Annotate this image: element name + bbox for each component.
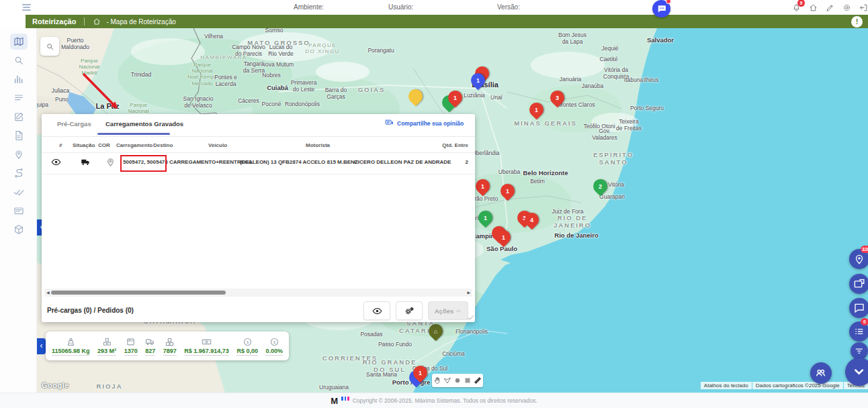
coin-icon: $ (243, 337, 253, 347)
map-marker-red[interactable]: 1 (410, 363, 430, 383)
pin-icon (13, 149, 24, 160)
gears-icon (404, 306, 415, 316)
column-header-4[interactable]: Destino (153, 142, 173, 148)
map-search-button[interactable] (40, 37, 59, 56)
pen-icon[interactable] (826, 3, 834, 12)
polygon-tool-icon[interactable] (443, 376, 451, 385)
map-marker-green[interactable]: 2 (590, 176, 610, 197)
top-bar: Ambiente: Usuário: Versão: (0, 0, 868, 15)
view-button[interactable] (363, 301, 390, 320)
exit-icon[interactable] (859, 3, 868, 12)
stat-7[interactable]: $0.00% (265, 337, 283, 356)
sidebar-item-card[interactable] (10, 203, 28, 219)
sidebar-item-map[interactable] (10, 34, 28, 50)
scroll-left-arrow[interactable]: ◀ (46, 290, 50, 295)
table-row-divider (42, 174, 475, 174)
scrollbar-thumb[interactable] (51, 291, 226, 295)
versao-label: Versão: (497, 3, 520, 11)
chat-bubble-icon (657, 4, 666, 13)
stats-collapse-chevron[interactable]: ‹ (37, 338, 46, 354)
fab-chat-outline[interactable] (849, 298, 868, 318)
settings-button[interactable] (396, 301, 423, 320)
attribution-0[interactable]: Atalhos do teclado (701, 382, 752, 389)
map-attribution: Atalhos do tecladoDados cartográficos ©2… (700, 382, 868, 389)
sidebar-item-route[interactable] (10, 165, 28, 181)
map-marker-olive[interactable]: ⌂ (425, 321, 445, 342)
sidebar-item-list[interactable] (10, 90, 28, 106)
attribution-1[interactable]: Dados cartográficos ©2025 Google (752, 382, 843, 389)
row-cell-veiculo: (DELLEON) 13 QFB2874 ACCELO 815 M.BENZ (240, 159, 358, 165)
cube-icon (13, 224, 24, 235)
ruler-icon[interactable] (474, 376, 482, 385)
map-marker-green[interactable]: 1 (475, 208, 495, 228)
stat-value: 293 M³ (97, 348, 116, 356)
drivers-fab[interactable] (810, 362, 832, 384)
grid-view-button[interactable] (446, 119, 455, 128)
map-marker-blue[interactable]: 1 (468, 70, 488, 91)
map-marker-red[interactable]: 1 (493, 227, 513, 248)
stat-5[interactable]: R$ 1.967.914,73 (184, 337, 229, 356)
edit-icon (13, 111, 24, 122)
column-header-2[interactable]: COR (98, 142, 110, 148)
map-marker-red[interactable]: 4 (521, 210, 541, 230)
google-logo: Google (42, 381, 69, 389)
stat-3[interactable]: 827 (145, 337, 155, 356)
stat-value: 827 (145, 348, 155, 356)
sidebar-item-chart[interactable] (10, 71, 28, 87)
column-header-0[interactable]: # (59, 142, 62, 148)
row-vehicle-icon[interactable] (81, 157, 91, 167)
fab-badge: 326 (861, 246, 868, 253)
sidebar-item-double-check[interactable] (10, 184, 28, 200)
left-sidebar (0, 28, 37, 393)
tab-carregamentos-gravados[interactable]: Carregamentos Gravados (105, 120, 183, 128)
row-location-button[interactable] (105, 157, 116, 167)
sidebar-item-file[interactable] (10, 128, 28, 144)
acoes-button[interactable]: Ações (428, 301, 468, 320)
horizontal-scrollbar[interactable]: ◀ ▶ (44, 289, 472, 297)
expand-button[interactable] (462, 119, 470, 128)
fab-map-image[interactable] (849, 274, 868, 294)
filter-icon (854, 346, 865, 356)
hand-icon[interactable] (433, 376, 441, 385)
stat-1[interactable]: 293 M³ (97, 337, 116, 356)
map-marker-red[interactable]: 1 (472, 176, 492, 197)
scroll-right-arrow[interactable]: ▶ (467, 290, 470, 295)
search-icon (46, 42, 54, 51)
sidebar-item-edit[interactable] (10, 109, 28, 125)
column-header-3[interactable]: Carregamento (116, 142, 153, 148)
map-marker-red[interactable]: 1 (526, 100, 546, 120)
list-fab-icon (853, 325, 865, 338)
map-marker-yellow[interactable] (405, 87, 425, 107)
column-header-6[interactable]: Motorista (306, 142, 330, 148)
tab-pré-cargas[interactable]: Pré-Cargas (57, 120, 91, 128)
stat-4[interactable]: 7897 (163, 337, 177, 356)
panel-summary: Pré-cargas (0) / Pedidos (0) (47, 307, 134, 314)
circle-tool-icon[interactable] (453, 376, 462, 385)
sidebar-item-cube[interactable] (10, 221, 28, 238)
fab-chevron-down[interactable] (845, 358, 868, 386)
app-bar-divider (84, 17, 85, 26)
chevron-up-icon (455, 308, 462, 314)
stat-0[interactable]: Kg115065.98 Kg (52, 337, 90, 356)
sidebar-item-search[interactable] (10, 52, 28, 68)
map-marker-red[interactable]: 1 (497, 181, 517, 201)
volume-icon (102, 337, 112, 347)
column-header-1[interactable]: Situação (73, 142, 95, 148)
column-header-7[interactable]: Qtd. Entre (428, 142, 468, 148)
home-breadcrumb-icon[interactable] (93, 17, 101, 26)
stat-2[interactable]: 1370 (124, 337, 138, 356)
map-marker-red[interactable]: 1 (445, 88, 465, 108)
row-view-button[interactable] (51, 157, 61, 167)
alert-button[interactable]: ! (851, 16, 863, 28)
gear-icon[interactable] (842, 3, 851, 12)
sidebar-item-pin[interactable] (10, 146, 28, 162)
stat-6[interactable]: $R$ 0,00 (236, 337, 258, 356)
square-tool-icon[interactable] (464, 376, 472, 385)
hamburger-menu-icon[interactable] (19, 3, 34, 12)
row-cell-qtd: 2 (428, 159, 468, 165)
breadcrumb: - Mapa de Roteirização (106, 18, 175, 26)
map-marker-red[interactable]: 3 (547, 88, 567, 108)
home-icon[interactable] (809, 3, 818, 12)
column-header-5[interactable]: Veículo (208, 142, 227, 148)
chart-icon (13, 74, 24, 85)
